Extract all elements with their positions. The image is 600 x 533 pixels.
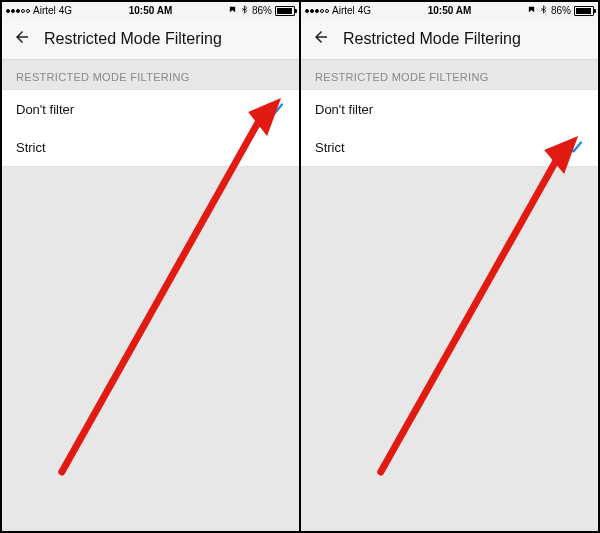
section-header: RESTRICTED MODE FILTERING <box>301 60 598 89</box>
check-icon <box>566 138 584 156</box>
options-list: Don't filter Strict <box>2 89 299 167</box>
app-header: Restricted Mode Filtering <box>2 19 299 60</box>
section-header: RESTRICTED MODE FILTERING <box>2 60 299 89</box>
arrow-left-icon <box>312 28 330 50</box>
options-list: Don't filter Strict <box>301 89 598 167</box>
option-label: Don't filter <box>16 102 74 117</box>
option-strict[interactable]: Strict <box>2 128 299 166</box>
battery-icon <box>574 6 594 16</box>
screen-left: Airtel 4G 10:50 AM 86% <box>2 2 299 531</box>
clock-label: 10:50 AM <box>301 2 598 19</box>
screen-right: Airtel 4G 10:50 AM 86% <box>301 2 598 531</box>
back-button[interactable] <box>305 23 337 55</box>
option-dont-filter[interactable]: Don't filter <box>301 90 598 128</box>
option-label: Don't filter <box>315 102 373 117</box>
back-button[interactable] <box>6 23 38 55</box>
arrow-left-icon <box>13 28 31 50</box>
option-strict[interactable]: Strict <box>301 128 598 166</box>
page-title: Restricted Mode Filtering <box>343 30 521 48</box>
clock-label: 10:50 AM <box>2 2 299 19</box>
option-label: Strict <box>16 140 46 155</box>
option-dont-filter[interactable]: Don't filter <box>2 90 299 128</box>
status-bar: Airtel 4G 10:50 AM 86% <box>2 2 299 19</box>
check-icon <box>267 100 285 118</box>
content-area: RESTRICTED MODE FILTERING Don't filter S… <box>2 60 299 531</box>
option-label: Strict <box>315 140 345 155</box>
battery-icon <box>275 6 295 16</box>
content-area: RESTRICTED MODE FILTERING Don't filter S… <box>301 60 598 531</box>
page-title: Restricted Mode Filtering <box>44 30 222 48</box>
status-bar: Airtel 4G 10:50 AM 86% <box>301 2 598 19</box>
app-header: Restricted Mode Filtering <box>301 19 598 60</box>
